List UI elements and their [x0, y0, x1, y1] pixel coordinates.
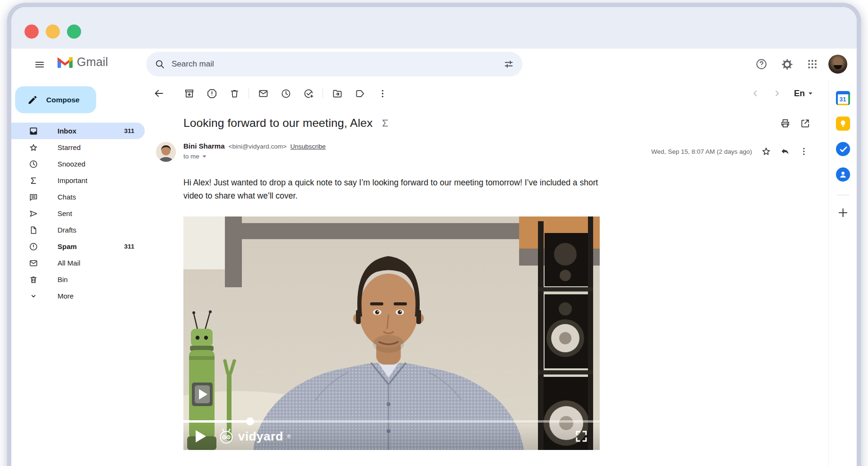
sidebar-item-drafts[interactable]: Drafts: [11, 222, 145, 238]
gmail-m-icon: [58, 57, 73, 68]
sidebar-item-all-mail[interactable]: All Mail: [11, 255, 145, 271]
zoom-window-button[interactable]: [67, 25, 81, 39]
trash-icon: [229, 88, 240, 99]
video-play-button[interactable]: [196, 430, 206, 442]
tasks-app-button[interactable]: [836, 142, 850, 156]
mail-toolbar: En: [146, 80, 828, 107]
close-window-button[interactable]: [25, 25, 39, 39]
caret-down-icon: [202, 154, 207, 159]
calendar-app-button[interactable]: 31: [836, 91, 850, 105]
report-spam-button[interactable]: [202, 84, 221, 103]
envelope-icon: [258, 88, 269, 99]
unsubscribe-link[interactable]: Unsubscribe: [290, 143, 326, 150]
search-icon: [155, 59, 165, 69]
trash-icon: [28, 275, 39, 284]
contacts-app-button[interactable]: [836, 167, 850, 182]
get-add-ons-icon[interactable]: [837, 207, 849, 219]
help-icon: [755, 58, 768, 70]
side-panel-divider: [837, 195, 849, 195]
label-icon: [355, 88, 365, 99]
sidebar-item-inbox[interactable]: Inbox 311: [11, 123, 145, 139]
recipient-details-toggle[interactable]: to me: [183, 153, 326, 160]
mail-view: En Looking forward to our meeting, Alex: [146, 80, 828, 466]
archive-button[interactable]: [180, 84, 198, 103]
back-button[interactable]: [149, 84, 168, 103]
sender-avatar[interactable]: [156, 142, 176, 162]
sidebar-item-spam[interactable]: Spam 311: [11, 238, 145, 255]
browser-window-frame: Gmail Compose: [7, 3, 861, 466]
sidebar-item-chats[interactable]: Chats: [11, 189, 145, 205]
keep-app-button[interactable]: [836, 116, 850, 131]
star-icon: [28, 143, 39, 152]
star-message-button[interactable]: [757, 142, 776, 161]
settings-button[interactable]: [777, 55, 796, 74]
google-apps-button[interactable]: [803, 55, 822, 74]
main-menu-icon[interactable]: [30, 55, 49, 74]
inbox-count: 311: [124, 127, 134, 134]
fullscreen-button[interactable]: [575, 430, 587, 442]
draft-icon: [28, 225, 39, 235]
email-body-text: Hi Alex! Just wanted to drop a quick not…: [183, 176, 610, 202]
sidebar-item-starred[interactable]: Starred: [11, 139, 145, 156]
gmail-logo: Gmail: [58, 55, 108, 69]
older-email-icon[interactable]: [772, 89, 782, 98]
sidebar-item-bin[interactable]: Bin: [11, 271, 145, 288]
important-marker-icon[interactable]: [380, 118, 390, 128]
snooze-button[interactable]: [276, 84, 295, 103]
video-controls: vidyard ®: [183, 423, 600, 450]
search-options-icon[interactable]: [504, 59, 514, 69]
open-in-new-icon: [800, 118, 810, 129]
sidebar-item-important[interactable]: Important: [11, 172, 145, 189]
language-selector[interactable]: En: [794, 89, 813, 99]
gear-icon: [781, 58, 793, 70]
registered-mark: ®: [287, 434, 290, 439]
report-spam-icon: [207, 88, 217, 99]
gmail-wordmark: Gmail: [77, 55, 108, 69]
window-titlebar: [11, 7, 857, 49]
message-more-button[interactable]: [794, 142, 813, 161]
contacts-person-icon: [839, 170, 847, 179]
video-player[interactable]: vidyard ®: [183, 216, 600, 450]
move-to-button[interactable]: [328, 84, 347, 103]
search-bar[interactable]: [146, 52, 522, 76]
spam-count: 311: [124, 243, 134, 250]
open-in-new-button[interactable]: [795, 114, 814, 133]
delete-button[interactable]: [225, 84, 244, 103]
more-options-button[interactable]: [373, 84, 392, 103]
side-panel: 31: [828, 80, 857, 466]
mark-unread-button[interactable]: [254, 84, 273, 103]
print-icon: [780, 118, 791, 129]
add-to-tasks-button[interactable]: [299, 84, 318, 103]
caret-down-icon: [808, 91, 813, 96]
sidebar-item-more[interactable]: More: [11, 288, 145, 304]
sender-name: Bini Sharma: [183, 142, 225, 150]
minimize-window-button[interactable]: [46, 25, 60, 39]
gmail-header: Gmail: [11, 49, 857, 80]
gmail-window: Gmail Compose: [11, 7, 857, 466]
move-folder-icon: [332, 88, 343, 99]
calendar-icon: 31: [838, 94, 848, 104]
clock-icon: [281, 88, 291, 99]
apps-grid-icon: [807, 58, 818, 70]
reply-button[interactable]: [776, 142, 794, 161]
sidebar-item-sent[interactable]: Sent: [11, 205, 145, 222]
help-button[interactable]: [752, 55, 771, 74]
email-subject: Looking forward to our meeting, Alex: [183, 116, 372, 130]
sidebar-item-snoozed[interactable]: Snoozed: [11, 156, 145, 172]
email-date: Wed, Sep 15, 8:07 AM (2 days ago): [651, 148, 752, 155]
envelope-icon: [28, 258, 39, 268]
search-input[interactable]: [172, 59, 504, 69]
labels-button[interactable]: [350, 84, 369, 103]
print-button[interactable]: [776, 114, 794, 133]
compose-button[interactable]: Compose: [15, 86, 96, 113]
newer-email-icon[interactable]: [751, 89, 760, 98]
video-scene-illustration: [183, 216, 600, 450]
sender-email: <bini@vidyard.com>: [229, 143, 287, 150]
profile-avatar[interactable]: [828, 55, 847, 74]
reply-icon: [780, 146, 790, 157]
vidyard-logo: vidyard ®: [218, 428, 290, 444]
chat-icon: [28, 192, 39, 202]
more-vert-icon: [799, 146, 809, 157]
vidyard-wordmark: vidyard: [238, 429, 283, 444]
chevron-down-icon: [28, 291, 39, 301]
